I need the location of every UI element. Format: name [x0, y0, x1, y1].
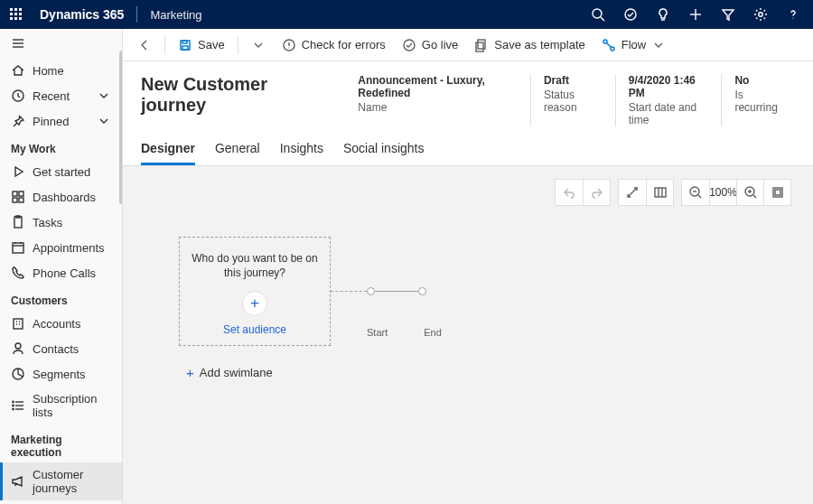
zoom-in-button[interactable]	[736, 179, 763, 206]
minimap-button[interactable]	[646, 179, 673, 206]
settings-icon[interactable]	[746, 0, 775, 29]
svg-point-41	[13, 405, 14, 406]
sidebar-item-customer-journeys[interactable]: Customer journeys	[0, 462, 122, 500]
svg-rect-6	[10, 17, 13, 20]
start-node[interactable]	[367, 287, 375, 295]
svg-rect-20	[13, 191, 17, 196]
check-errors-button[interactable]: Check for errors	[275, 34, 393, 56]
lightbulb-icon[interactable]	[649, 0, 678, 29]
button-label: Flow	[621, 38, 646, 51]
redo-button[interactable]	[583, 179, 610, 206]
sidebar-item-phone-calls[interactable]: Phone Calls	[0, 260, 122, 285]
svg-rect-54	[478, 40, 485, 49]
save-template-button[interactable]: Save as template	[467, 34, 592, 56]
sidebar-item-contacts[interactable]: Contacts	[0, 336, 122, 361]
sidebar-section-title: Customers	[0, 285, 122, 311]
list-icon	[11, 398, 25, 413]
brand-name: Dynamics 365	[31, 7, 133, 22]
sidebar-item-label: Get started	[33, 165, 90, 179]
divider	[136, 6, 137, 23]
sidebar-item-home[interactable]: Home	[0, 58, 122, 83]
sidebar-item-label: Phone Calls	[33, 266, 96, 280]
svg-point-11	[625, 9, 636, 20]
flow-button[interactable]: Flow	[594, 34, 673, 56]
tab-designer[interactable]: Designer	[141, 141, 195, 165]
start-label: Start	[367, 327, 388, 338]
plus-icon: +	[186, 365, 194, 380]
add-swimlane-button[interactable]: + Add swimlane	[186, 365, 273, 380]
go-live-button[interactable]: Go live	[395, 34, 465, 56]
sidebar-item-label: Contacts	[33, 342, 79, 356]
button-label: Save	[198, 38, 225, 51]
help-icon[interactable]	[779, 0, 808, 29]
undo-button[interactable]	[556, 179, 583, 206]
module-name: Marketing	[141, 8, 210, 22]
sidebar-item-label: Customer journeys	[33, 468, 111, 495]
sidebar-item-get-started[interactable]: Get started	[0, 159, 122, 184]
sidebar-item-dashboards[interactable]: Dashboards	[0, 184, 122, 210]
svg-point-9	[593, 9, 602, 18]
add-audience-button[interactable]: +	[242, 291, 267, 316]
task-icon[interactable]	[616, 0, 645, 29]
megaphone-icon	[11, 474, 25, 489]
phone-icon	[11, 266, 25, 280]
svg-rect-30	[14, 319, 23, 329]
svg-rect-8	[19, 17, 22, 20]
save-dropdown[interactable]	[244, 34, 273, 56]
set-audience-link[interactable]: Set audience	[191, 323, 319, 336]
search-icon[interactable]	[584, 0, 612, 29]
sidebar-item-label: Subscription lists	[33, 392, 111, 419]
sidebar-item-subscription-lists[interactable]: Subscription lists	[0, 387, 122, 425]
save-button[interactable]: Save	[171, 34, 232, 56]
end-node[interactable]	[418, 287, 426, 295]
sidebar-item-label: Recent	[33, 89, 70, 103]
tab-insights[interactable]: Insights	[280, 141, 323, 165]
tab-list: Designer General Insights Social insight…	[123, 126, 813, 166]
svg-rect-5	[19, 13, 22, 15]
person-icon	[11, 341, 25, 356]
expand-button[interactable]	[619, 179, 646, 206]
sidebar-item-label: Home	[33, 64, 64, 78]
add-icon[interactable]	[681, 0, 710, 29]
hamburger-icon[interactable]	[0, 29, 122, 58]
global-header: Dynamics 365 Marketing	[0, 0, 813, 29]
fit-button[interactable]	[763, 179, 790, 206]
svg-rect-1	[14, 8, 17, 11]
end-label: End	[424, 327, 442, 338]
filter-icon[interactable]	[714, 0, 743, 29]
button-label: Check for errors	[302, 38, 386, 51]
audience-prompt: Who do you want to be on this journey?	[191, 252, 319, 280]
sidebar-item-segments[interactable]: Segments	[0, 361, 122, 387]
sidebar-item-tasks[interactable]: Tasks	[0, 210, 122, 235]
back-button[interactable]	[130, 34, 159, 56]
sidebar-item-appointments[interactable]: Appointments	[0, 235, 122, 260]
svg-rect-58	[655, 188, 666, 197]
audience-placeholder[interactable]: Who do you want to be on this journey? +…	[179, 237, 331, 346]
svg-line-10	[601, 17, 604, 21]
tab-social-insights[interactable]: Social insights	[343, 141, 425, 165]
svg-point-40	[13, 401, 14, 402]
sidebar-item-recent[interactable]: Recent	[0, 83, 122, 108]
calendar-icon	[11, 240, 25, 255]
sidebar-item-marketing-emails[interactable]: Marketing emails	[0, 500, 122, 504]
svg-point-42	[13, 408, 14, 409]
designer-canvas[interactable]: 100% Who do you want to be on this journ…	[123, 166, 813, 504]
app-launcher-icon[interactable]	[5, 7, 27, 22]
sidebar-item-label: Dashboards	[33, 191, 96, 204]
svg-point-35	[15, 343, 21, 349]
sidebar-item-label: Accounts	[33, 317, 80, 331]
tab-general[interactable]: General	[215, 141, 260, 165]
button-label: Save as template	[494, 38, 584, 51]
svg-rect-23	[19, 198, 23, 202]
zoom-out-button[interactable]	[682, 179, 709, 206]
sidebar-item-accounts[interactable]: Accounts	[0, 311, 122, 336]
svg-rect-24	[14, 217, 22, 228]
meta-name: Announcement - Luxury, Redefined Name	[345, 74, 530, 126]
building-icon	[11, 316, 25, 331]
sidebar-item-pinned[interactable]: Pinned	[0, 108, 122, 134]
sidebar-item-label: Appointments	[33, 241, 105, 255]
svg-rect-7	[14, 17, 17, 20]
pin-icon	[11, 114, 25, 128]
sidebar-item-label: Pinned	[33, 115, 69, 128]
svg-point-53	[404, 40, 415, 51]
